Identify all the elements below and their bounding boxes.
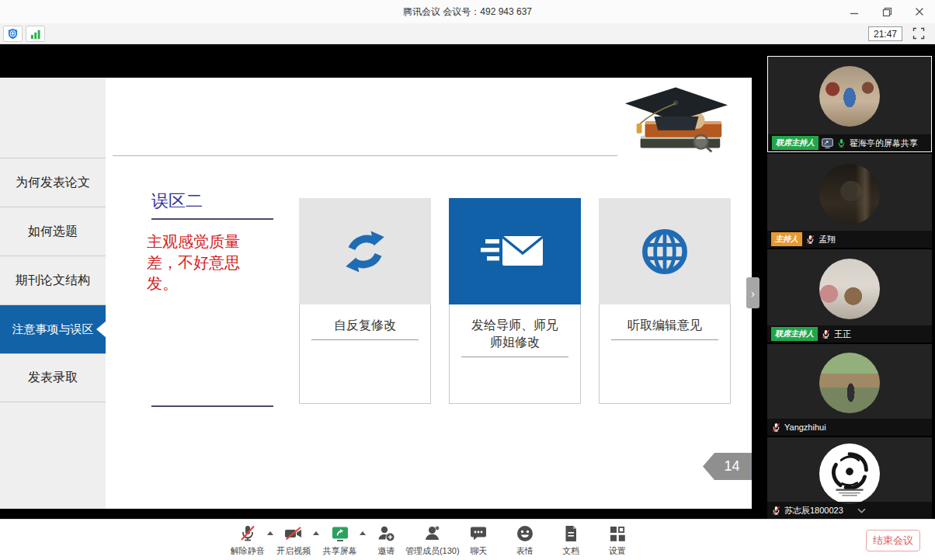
emoji-button[interactable]: 表情 bbox=[502, 523, 548, 557]
window-titlebar: 腾讯会议 会议号：492 943 637 bbox=[0, 0, 935, 23]
panel-collapse-button[interactable]: › bbox=[746, 277, 759, 308]
note-underline bbox=[151, 405, 273, 407]
shared-screen-stage: 为何发表论文 如何选题 期刊论文结构 注意事项与误区 发表录取 bbox=[0, 44, 935, 519]
avatar bbox=[819, 259, 880, 319]
participant-name: Yangzhihui bbox=[784, 423, 826, 432]
participant-tile[interactable]: 苏志辰1800023 bbox=[767, 437, 932, 519]
camera-off-icon bbox=[283, 523, 304, 544]
invite-icon bbox=[376, 523, 396, 544]
avatar bbox=[819, 443, 880, 504]
mic-muted-icon bbox=[238, 523, 258, 544]
avatar bbox=[819, 164, 880, 224]
screen-share-icon bbox=[822, 138, 833, 148]
card-label: 发给导师、师兄 师姐修改 bbox=[450, 317, 580, 351]
slide-nav-item-active: 注意事项与误区 bbox=[0, 304, 106, 353]
slide-nav-column: 为何发表论文 如何选题 期刊论文结构 注意事项与误区 发表录取 bbox=[0, 78, 106, 509]
mic-muted-icon bbox=[821, 329, 831, 339]
window-title: 腾讯会议 会议号：492 943 637 bbox=[403, 5, 532, 19]
settings-icon bbox=[607, 523, 627, 544]
participants-panel: 联席主持人 翟海亭的屏幕共享 主持人 孟翔 联席主持人 王正 bbox=[764, 44, 935, 519]
fullscreen-icon[interactable] bbox=[912, 27, 926, 40]
settings-button[interactable]: 设置 bbox=[594, 523, 641, 557]
manage-members-button[interactable]: 管理成员(130) bbox=[409, 523, 456, 557]
shield-icon bbox=[7, 28, 19, 40]
heading-underline bbox=[151, 218, 273, 220]
participant-tile[interactable]: 主持人 孟翔 bbox=[767, 154, 932, 248]
document-icon bbox=[561, 523, 581, 544]
role-badge: 联席主持人 bbox=[771, 327, 818, 341]
restore-button[interactable] bbox=[879, 4, 895, 19]
slide-nav-item: 期刊论文结构 bbox=[0, 256, 106, 304]
network-security-button[interactable] bbox=[3, 26, 23, 42]
card-rule bbox=[611, 339, 718, 340]
globe-icon bbox=[635, 222, 694, 281]
slide-card-self-revise: 自反复修改 bbox=[299, 198, 431, 404]
share-screen-button[interactable]: 共享屏幕 bbox=[317, 523, 363, 557]
participant-name: 翟海亭的屏幕共享 bbox=[850, 137, 918, 149]
slide-header-divider bbox=[113, 155, 617, 156]
slide-note-text: 主观感觉质量 差，不好意思 发。 bbox=[147, 231, 283, 294]
college-logo-icon bbox=[819, 443, 880, 504]
role-badge: 联席主持人 bbox=[772, 136, 819, 150]
invite-button[interactable]: 邀请 bbox=[363, 523, 410, 557]
chat-button[interactable]: 聊天 bbox=[456, 523, 502, 557]
chevron-down-icon bbox=[857, 508, 866, 513]
participant-tile[interactable]: Yangzhihui bbox=[767, 344, 932, 436]
signal-bars-icon bbox=[30, 29, 41, 40]
presentation-slide: 为何发表论文 如何选题 期刊论文结构 注意事项与误区 发表录取 bbox=[0, 78, 752, 509]
slide-card-editor-feedback: 听取编辑意见 bbox=[599, 198, 731, 404]
meeting-toolbar: 解除静音 开启视频 共 bbox=[0, 519, 935, 560]
mic-muted-icon bbox=[771, 423, 781, 433]
avatar bbox=[819, 353, 880, 413]
mail-send-icon bbox=[479, 227, 551, 277]
emoji-icon bbox=[515, 523, 535, 544]
chat-icon bbox=[468, 523, 488, 544]
slide-card-send-to-mentor: 发给导师、师兄 师姐修改 bbox=[449, 198, 581, 404]
participant-tile[interactable]: 联席主持人 翟海亭的屏幕共享 bbox=[767, 56, 932, 152]
card-rule bbox=[311, 339, 419, 340]
recycle-icon bbox=[335, 222, 395, 281]
meeting-status-bar: 21:47 bbox=[0, 23, 935, 44]
end-meeting-button[interactable]: 结束会议 bbox=[866, 530, 920, 551]
role-badge: 主持人 bbox=[771, 232, 802, 246]
chevron-right-icon: › bbox=[751, 287, 755, 300]
participant-name: 苏志辰1800023 bbox=[784, 505, 843, 517]
mic-muted-icon bbox=[805, 235, 815, 245]
slide-heading: 误区二 bbox=[151, 190, 203, 213]
participant-name: 孟翔 bbox=[819, 234, 836, 245]
meeting-clock: 21:47 bbox=[868, 26, 902, 41]
share-screen-icon bbox=[330, 523, 350, 544]
documents-button[interactable]: 文档 bbox=[548, 523, 595, 557]
start-video-button[interactable]: 开启视频 bbox=[271, 523, 318, 557]
mic-muted-icon bbox=[771, 506, 781, 516]
card-rule bbox=[461, 357, 568, 357]
members-icon bbox=[422, 523, 443, 544]
slide-nav-item: 如何选题 bbox=[0, 207, 106, 256]
close-icon[interactable] bbox=[912, 4, 927, 19]
participant-tile[interactable]: 联席主持人 王正 bbox=[767, 249, 932, 343]
graduation-cap-image bbox=[619, 81, 734, 155]
participant-name: 王正 bbox=[834, 329, 851, 340]
signal-quality-button[interactable] bbox=[26, 26, 45, 42]
mic-on-icon bbox=[836, 138, 846, 148]
card-label: 听取编辑意见 bbox=[600, 317, 730, 334]
slide-nav-item: 为何发表论文 bbox=[0, 158, 106, 207]
unmute-button[interactable]: 解除静音 bbox=[224, 523, 271, 557]
minimize-button[interactable] bbox=[846, 4, 862, 19]
card-label: 自反复修改 bbox=[300, 317, 430, 334]
avatar bbox=[819, 66, 880, 127]
slide-page-number: 14 bbox=[703, 453, 752, 480]
slide-nav-item: 发表录取 bbox=[0, 353, 106, 402]
